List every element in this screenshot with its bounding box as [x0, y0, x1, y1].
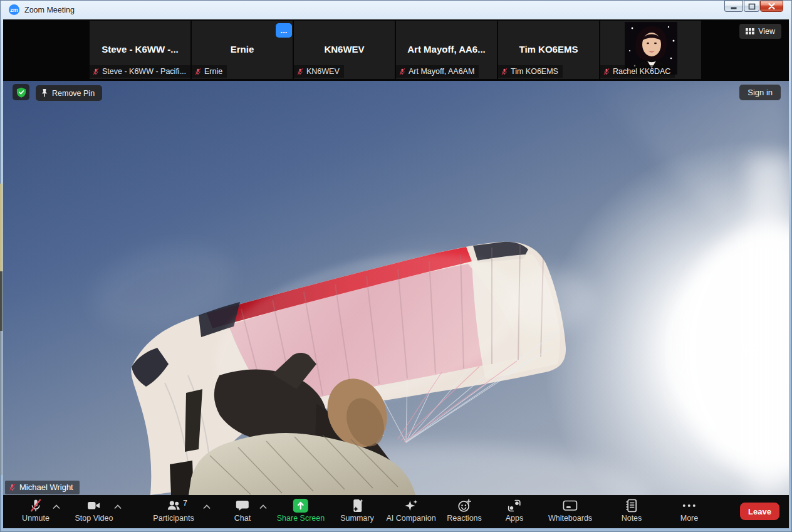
toolbar-item-reactions[interactable]: Reactions	[447, 498, 482, 523]
view-button[interactable]: View	[739, 24, 781, 39]
toolbar-item-notes[interactable]: Notes	[622, 498, 642, 523]
muted-mic-icon	[603, 68, 610, 76]
close-button[interactable]	[760, 1, 783, 12]
muted-mic-icon	[194, 68, 202, 76]
chat-bubble-icon	[235, 498, 250, 513]
share-screen-icon	[293, 498, 309, 513]
toolbar-item-whiteboards[interactable]: Whiteboards	[548, 498, 592, 523]
meeting-content: Steve - K6WW -... Steve - K6WW - Pacifi.…	[3, 19, 789, 528]
participant-display-name: Ernie	[192, 44, 293, 55]
muted-mic-icon	[399, 68, 406, 76]
participant-tile-art[interactable]: Art Mayoff, AA6... Art Mayoff, AA6AM	[396, 21, 497, 79]
participant-footer: Tim KO6EMS	[498, 65, 563, 78]
participant-display-name: Art Mayoff, AA6...	[396, 44, 497, 55]
video-options-chevron-icon[interactable]	[113, 503, 123, 510]
participant-tiles: Steve - K6WW -... Steve - K6WW - Pacifi.…	[90, 21, 701, 79]
main-video-stage: Remove Pin Sign in Michael Wright	[3, 81, 789, 495]
participant-tile-steve[interactable]: Steve - K6WW -... Steve - K6WW - Pacifi.…	[90, 21, 190, 79]
toolbar-label: More	[680, 514, 698, 523]
toolbar-item-apps[interactable]: Apps	[506, 498, 524, 523]
muted-mic-icon	[296, 68, 304, 76]
muted-mic-icon	[501, 68, 508, 76]
zoom-app-icon: zm	[9, 4, 19, 15]
close-icon	[768, 3, 775, 9]
toolbar-label: Unmute	[22, 514, 50, 523]
participant-footer: Ernie	[192, 65, 227, 78]
remove-pin-label: Remove Pin	[52, 89, 95, 98]
summary-doc-icon	[350, 498, 365, 513]
more-dots-icon	[681, 498, 697, 513]
toolbar-item-participants[interactable]: Participants 7	[153, 498, 194, 523]
participant-display-name: Steve - K6WW -...	[90, 44, 190, 55]
apps-icon	[507, 498, 522, 513]
mic-muted-icon	[28, 498, 43, 513]
notes-icon	[624, 498, 639, 513]
toolbar-item-summary[interactable]: Summary	[340, 498, 373, 523]
toolbar-label: Share Screen	[277, 514, 325, 523]
parachute-video-scene	[3, 81, 789, 495]
participant-tile-rachel[interactable]: Rachel KK6DAC	[600, 21, 701, 79]
participant-tile-ernie[interactable]: ... Ernie Ernie	[192, 21, 293, 79]
window-title: Zoom Meeting	[24, 6, 75, 14]
desktop-bleed	[0, 271, 3, 331]
toolbar-item-more[interactable]: More	[680, 498, 698, 523]
participant-display-name: KN6WEV	[294, 44, 395, 55]
participant-filmstrip: Steve - K6WW -... Steve - K6WW - Pacifi.…	[3, 19, 789, 81]
participant-footer-name: Steve - K6WW - Pacifi...	[102, 67, 186, 76]
participant-footer: Art Mayoff, AA6AM	[396, 65, 479, 78]
whiteboard-icon	[562, 498, 578, 513]
active-speaker-name-tag: Michael Wright	[5, 481, 80, 494]
toolbar-label: Whiteboards	[548, 514, 592, 523]
participant-footer: Rachel KK6DAC	[600, 65, 675, 78]
muted-mic-icon	[8, 483, 16, 492]
zoom-meeting-window: zm Zoom Meeting Steve - K6WW -... St	[0, 0, 792, 532]
video-camera-icon	[86, 498, 102, 513]
ai-companion-star-icon	[403, 498, 419, 513]
toolbar-label: Chat	[234, 514, 251, 523]
maximize-button[interactable]	[744, 1, 759, 12]
view-button-label: View	[758, 27, 775, 36]
toolbar-label: Summary	[340, 514, 373, 523]
sign-in-button[interactable]: Sign in	[739, 85, 781, 100]
muted-mic-icon	[92, 68, 100, 76]
participant-tile-kn6wev[interactable]: KN6WEV KN6WEV	[294, 21, 395, 79]
active-speaker-name: Michael Wright	[19, 482, 73, 492]
participant-footer: Steve - K6WW - Pacifi...	[90, 65, 190, 78]
window-controls	[724, 1, 783, 12]
toolbar-item-ai-companion[interactable]: AI Companion	[386, 498, 435, 523]
remove-pin-button[interactable]: Remove Pin	[36, 85, 102, 101]
minimize-button[interactable]	[724, 1, 743, 12]
tile-more-button[interactable]: ...	[276, 23, 292, 38]
desktop-bleed	[0, 331, 3, 475]
minimize-icon	[730, 3, 737, 10]
title-bar: zm Zoom Meeting	[0, 0, 792, 19]
meeting-toolbar: Unmute Stop Video Participants	[3, 495, 789, 528]
leave-button[interactable]: Leave	[740, 503, 779, 520]
toolbar-label: Stop Video	[75, 514, 113, 523]
participant-footer-name: Art Mayoff, AA6AM	[409, 67, 474, 76]
toolbar-label: Reactions	[447, 514, 482, 523]
security-shield-button[interactable]	[13, 84, 29, 100]
toolbar-item-stop-video[interactable]: Stop Video	[75, 498, 113, 523]
participant-tile-tim[interactable]: Tim KO6EMS Tim KO6EMS	[498, 21, 599, 79]
participant-footer-name: Tim KO6EMS	[511, 67, 558, 76]
gallery-view-icon	[746, 28, 754, 35]
participant-footer: KN6WEV	[294, 65, 344, 78]
participant-footer-name: KN6WEV	[306, 67, 340, 76]
maximize-icon	[748, 3, 756, 10]
toolbar-item-chat[interactable]: Chat	[234, 498, 251, 523]
chat-options-chevron-icon[interactable]	[258, 503, 268, 510]
reactions-smiley-icon	[457, 498, 472, 513]
toolbar-label: Notes	[622, 514, 642, 523]
participants-icon	[165, 498, 182, 513]
toolbar-label: Participants	[153, 514, 194, 523]
participant-display-name: Tim KO6EMS	[498, 44, 599, 55]
toolbar-item-share-screen[interactable]: Share Screen	[277, 498, 325, 523]
unmute-options-chevron-icon[interactable]	[51, 503, 61, 510]
toolbar-item-unmute[interactable]: Unmute	[22, 498, 50, 523]
participants-count-badge: 7	[183, 499, 187, 508]
participants-options-chevron-icon[interactable]	[202, 503, 212, 510]
participant-footer-name: Ernie	[204, 67, 222, 76]
toolbar-label: AI Companion	[386, 514, 435, 523]
desktop-bleed	[0, 184, 3, 271]
